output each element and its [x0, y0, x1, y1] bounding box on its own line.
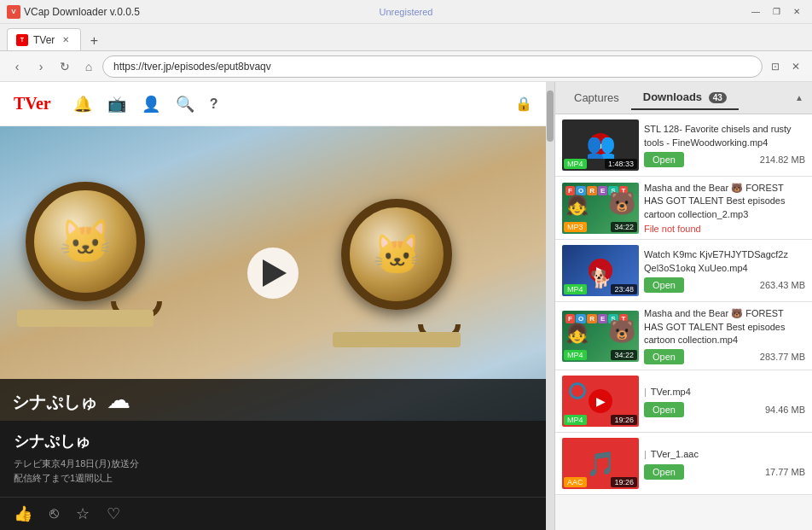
download-title: Watch K9mc KjvE7HJYTDSagcf2z Qel3oS1okq …: [644, 248, 805, 275]
play-button[interactable]: [247, 248, 299, 299]
dog-icon: 🐕: [590, 269, 612, 289]
browser-scrollbar-thumb[interactable]: [547, 90, 554, 142]
tab-close-button[interactable]: ✕: [60, 34, 72, 46]
cup-right-visual: 🐱: [341, 199, 452, 310]
download-info: STL 128- Favorite chisels and rusty tool…: [644, 123, 805, 167]
lock-icon[interactable]: 🔒: [515, 96, 532, 111]
download-status-row: Open 263.43 MB: [644, 277, 805, 293]
bear-emoji: 🐻: [608, 190, 635, 217]
tver-right-icons: 🔒: [515, 96, 532, 112]
unregistered-label: Unregistered: [380, 7, 433, 17]
play-triangle-icon: [263, 259, 287, 287]
addressbar: ‹ › ↻ ⌂ ⊡ ✕: [0, 51, 812, 82]
format-badge: MP4: [564, 415, 587, 425]
download-title: Masha and the Bear 🐻 FOREST HAS GOT TALE…: [644, 307, 805, 347]
downloads-badge: 43: [709, 92, 727, 103]
download-status-row: File not found: [644, 224, 805, 234]
tab-favicon: T: [16, 34, 28, 46]
saucer-right: [333, 332, 461, 347]
download-status-row: Open 17.77 MB: [644, 464, 805, 480]
screenshot-icon[interactable]: ⊡: [766, 57, 785, 76]
left-cup: 🐱: [26, 182, 179, 370]
tab-captures[interactable]: Captures: [562, 86, 631, 109]
share-button[interactable]: ⎋: [49, 504, 59, 523]
download-thumbnail: F O R E S T 🐻 👧 MP3 34:22: [562, 183, 639, 234]
download-title: Masha and the Bear 🐻 FOREST HAS GOT TALE…: [644, 182, 805, 221]
downloads-list: 👥 ▶ MP4 1:48:33 STL 128- Favorite chisel…: [555, 114, 812, 530]
download-info: Masha and the Bear 🐻 FOREST HAS GOT TALE…: [644, 182, 805, 234]
app-icon: V: [7, 5, 20, 19]
download-thumbnail: ▶ MP4 19:26: [562, 376, 639, 427]
tv-icon[interactable]: 📺: [107, 95, 126, 114]
download-status-row: Open 214.82 MB: [644, 152, 805, 167]
download-title: | TVer.mp4: [644, 386, 805, 399]
scroll-to-top-button[interactable]: ▲: [793, 92, 805, 104]
restore-button[interactable]: ❐: [768, 5, 785, 19]
open-button[interactable]: Open: [644, 349, 684, 364]
user-icon[interactable]: 👤: [142, 95, 160, 114]
window-controls: — ❐ ✕: [747, 5, 805, 19]
open-button[interactable]: Open: [644, 464, 684, 480]
cup-left-visual: 🐱: [26, 182, 145, 301]
downloads-label: Downloads: [643, 90, 702, 103]
help-icon[interactable]: ?: [210, 96, 218, 112]
refresh-button[interactable]: ↻: [55, 56, 75, 77]
right-cup: 🐱: [341, 199, 495, 387]
download-status-row: Open 94.46 MB: [644, 402, 805, 417]
forest-e: E: [598, 186, 607, 195]
captures-label: Captures: [574, 91, 619, 104]
url-input[interactable]: [102, 55, 763, 78]
browser-scrollbar[interactable]: [546, 82, 554, 530]
minimize-button[interactable]: —: [747, 5, 764, 19]
download-thumbnail: 👥 ▶ MP4 1:48:33: [562, 119, 639, 171]
new-tab-button[interactable]: +: [84, 32, 103, 50]
cat-latte-right: 🐱: [373, 231, 421, 277]
tver-header: TVer 🔔 📺 👤 🔍 ? 🔒: [0, 82, 546, 126]
file-size: 283.77 MB: [760, 352, 805, 362]
thumb-person-icon: 👥: [586, 131, 616, 160]
open-button[interactable]: Open: [644, 152, 684, 167]
back-button[interactable]: ‹: [7, 56, 27, 77]
duration-badge: 34:22: [611, 350, 637, 360]
like-icon: 👍: [14, 504, 32, 523]
open-button[interactable]: Open: [644, 402, 684, 417]
download-thumbnail: 🐕 ▶ MP4 23:48: [562, 245, 639, 296]
notification-icon[interactable]: 🔔: [73, 95, 92, 114]
girl-emoji: 👧: [566, 195, 589, 217]
duration-badge: 34:22: [611, 222, 637, 232]
download-item: 👥 ▶ MP4 1:48:33 STL 128- Favorite chisel…: [555, 114, 812, 177]
download-info: Masha and the Bear 🐻 FOREST HAS GOT TALE…: [644, 307, 805, 364]
download-info: | TVer.mp4 Open 94.46 MB: [644, 386, 805, 416]
download-info: | TVer_1.aac Open 17.77 MB: [644, 448, 805, 479]
open-button[interactable]: Open: [644, 277, 684, 293]
download-item: F O R E S T 🐻 👧 MP3 34:22 Masha: [555, 177, 812, 240]
file-size: 263.43 MB: [760, 280, 805, 290]
thumb-play-icon: ▶: [589, 389, 612, 413]
action-buttons: 👍 ⎋ ☆ ♡: [0, 497, 546, 530]
format-badge: MP4: [564, 284, 587, 294]
download-item: 🎵 AAC 19:26 | TVer_1.aac Open 17.77 MB: [555, 433, 812, 495]
forward-button[interactable]: ›: [31, 56, 51, 77]
download-thumbnail: F O R E S T 🐻 👧 MP4 34:22: [562, 311, 639, 362]
download-info: Watch K9mc KjvE7HJYTDSagcf2z Qel3oS1okq …: [644, 248, 805, 293]
browser-tab[interactable]: T TVer ✕: [7, 28, 81, 50]
duration-badge: 19:26: [611, 477, 637, 487]
show-main-title: シナぷしゅ: [14, 431, 532, 451]
title-overlay: シナぷしゅ ☁: [0, 379, 546, 421]
heart-button[interactable]: ♡: [107, 504, 120, 523]
heart-icon: ♡: [107, 504, 120, 523]
bear-emoji2: 🐻: [608, 318, 635, 345]
file-not-found-label: File not found: [644, 224, 701, 234]
close-button[interactable]: ✕: [788, 5, 805, 19]
star-button[interactable]: ☆: [76, 504, 90, 523]
home-button[interactable]: ⌂: [78, 56, 99, 77]
format-badge: AAC: [564, 477, 587, 487]
download-item: ▶ MP4 19:26 | TVer.mp4 Open 94.46 MB: [555, 370, 812, 433]
download-thumbnail: 🎵 AAC 19:26: [562, 438, 639, 489]
tab-downloads[interactable]: Downloads 43: [631, 85, 739, 110]
like-button[interactable]: 👍: [14, 504, 32, 523]
tver-nav-icons: 🔔 📺 👤 🔍 ?: [73, 95, 218, 114]
search-icon[interactable]: 🔍: [176, 95, 194, 114]
address-close-icon[interactable]: ✕: [786, 57, 805, 76]
cloud-icon: ☁: [107, 386, 130, 414]
